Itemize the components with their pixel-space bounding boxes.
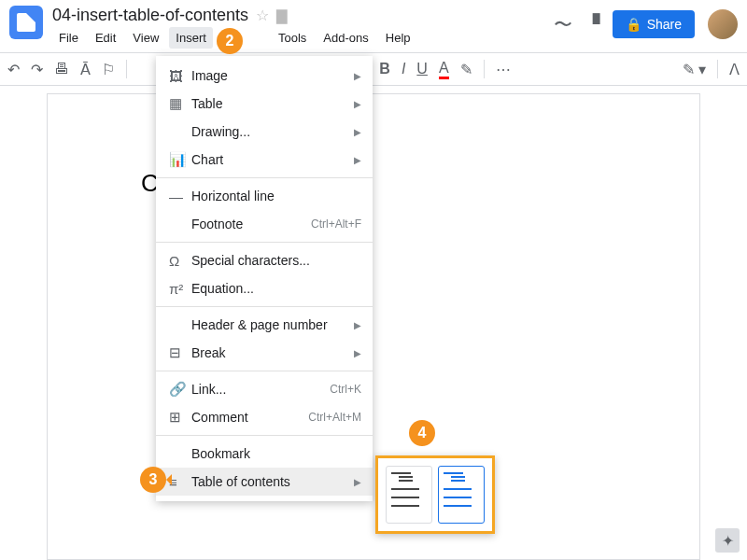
menu-item-table[interactable]: ▦Table▶ [156, 90, 373, 118]
docs-logo[interactable] [9, 6, 43, 39]
comments-icon[interactable]: ▝ [585, 13, 599, 35]
highlight-button[interactable]: ✎ [460, 61, 472, 78]
more-icon[interactable]: ⋯ [496, 61, 511, 78]
explore-button[interactable]: ✦ [715, 528, 740, 553]
menu-item-comment[interactable]: ⊞CommentCtrl+Alt+M [156, 403, 373, 431]
spellcheck-button[interactable]: Ᾱ [80, 61, 91, 78]
menu-file[interactable]: File [52, 27, 85, 49]
menu-item-equation-[interactable]: π²Equation... [156, 274, 373, 302]
avatar[interactable] [708, 9, 738, 39]
menu-item-horizontal-line[interactable]: —Horizontal line [156, 182, 373, 210]
text-color-button[interactable]: A [439, 60, 449, 79]
callout-2: 2 [217, 28, 243, 54]
callout-3: 3 [140, 467, 166, 493]
chevron-right-icon: ▶ [354, 477, 361, 487]
separator [126, 60, 127, 78]
chevron-right-icon: ▶ [354, 348, 361, 358]
chevron-right-icon: ▶ [354, 320, 361, 330]
share-button[interactable]: 🔒 Share [613, 10, 695, 38]
chevron-right-icon: ▶ [354, 155, 361, 165]
insert-menu-dropdown: 🖼Image▶▦Table▶Drawing...▶📊Chart▶—Horizon… [156, 56, 373, 501]
chevron-right-icon: ▶ [354, 99, 361, 109]
share-label: Share [647, 17, 682, 32]
menu-item-image[interactable]: 🖼Image▶ [156, 62, 373, 90]
menu-view[interactable]: View [126, 27, 165, 49]
menu-item-header-page-number[interactable]: Header & page number▶ [156, 311, 373, 339]
menu-item-break[interactable]: ⊟Break▶ [156, 339, 373, 367]
toolbar: ↶ ↷ 🖶 Ᾱ ⚐ 11 ▼ B I U A ✎ ⋯ ✎ ▾ ᐱ [0, 52, 747, 86]
menu-item-table-of-contents[interactable]: ≡Table of contents▶ [156, 468, 373, 496]
folder-icon[interactable]: ▇ [276, 7, 288, 24]
menu-item-drawing-[interactable]: Drawing...▶ [156, 118, 373, 146]
toc-option-links[interactable] [438, 466, 485, 524]
toc-submenu [375, 455, 495, 534]
menu-insert[interactable]: Insert [169, 27, 213, 49]
chevron-up-icon[interactable]: ᐱ [729, 61, 740, 78]
trend-icon[interactable]: 〜 [554, 12, 572, 37]
lock-icon: 🔒 [626, 17, 641, 32]
menu-tools[interactable]: Tools [272, 27, 313, 49]
italic-button[interactable]: I [402, 61, 405, 77]
paint-format-button[interactable]: ⚐ [102, 61, 115, 78]
menu-edit[interactable]: Edit [89, 27, 122, 49]
bold-button[interactable]: B [379, 61, 390, 77]
print-button[interactable]: 🖶 [54, 61, 69, 77]
star-icon[interactable]: ☆ [256, 7, 269, 24]
editing-mode-button[interactable]: ✎ ▾ [683, 61, 706, 78]
menu-item-special-characters-[interactable]: ΩSpecial characters... [156, 246, 373, 274]
toc-option-numbered[interactable] [386, 466, 432, 524]
menu-item-link-[interactable]: 🔗Link...Ctrl+K [156, 375, 373, 403]
undo-button[interactable]: ↶ [7, 61, 20, 78]
menu-item-chart[interactable]: 📊Chart▶ [156, 146, 373, 174]
redo-button[interactable]: ↷ [31, 61, 43, 78]
menu-item-bookmark[interactable]: Bookmark [156, 440, 373, 468]
menu-bar: File Edit View Insert Format Tools Add-o… [52, 27, 554, 49]
doc-title[interactable]: 04-insert-table-of-contents [52, 6, 248, 25]
callout-4: 4 [409, 420, 435, 446]
menu-addons[interactable]: Add-ons [317, 27, 374, 49]
chevron-right-icon: ▶ [354, 127, 361, 137]
menu-item-footnote[interactable]: FootnoteCtrl+Alt+F [156, 210, 373, 238]
underline-button[interactable]: U [416, 61, 428, 77]
chevron-right-icon: ▶ [354, 71, 361, 81]
menu-help[interactable]: Help [379, 27, 417, 49]
